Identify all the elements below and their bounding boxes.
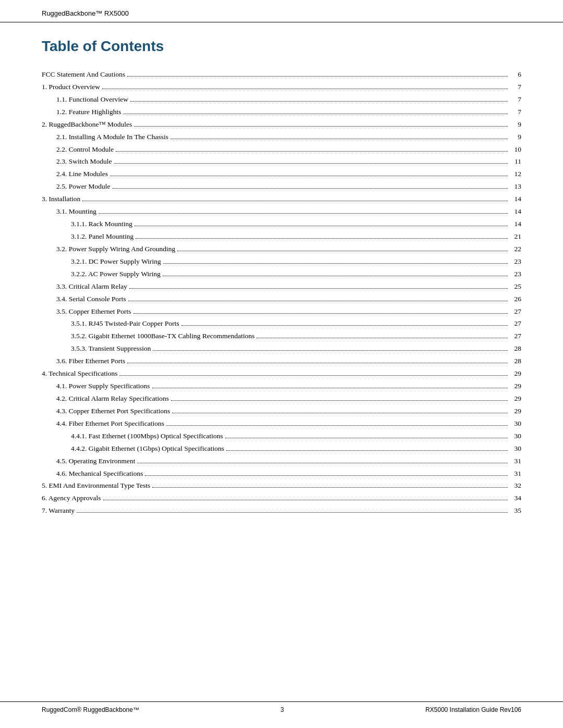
toc-page: 31 bbox=[510, 468, 521, 479]
toc-entry: 1. Product Overview 7 bbox=[42, 82, 521, 93]
toc-label: 3.3. Critical Alarm Relay bbox=[42, 281, 127, 292]
toc-entry: 1.2. Feature Highlights 7 bbox=[42, 107, 521, 118]
toc-page: 9 bbox=[510, 132, 521, 143]
toc-label: 3.5. Copper Ethernet Ports bbox=[42, 306, 131, 317]
toc-entry: 3.1.2. Panel Mounting 21 bbox=[42, 231, 521, 242]
toc-entry: 3.4. Serial Console Ports 26 bbox=[42, 294, 521, 305]
toc-dots bbox=[128, 301, 508, 301]
toc-label: 3.5.2. Gigabit Ethernet 1000Base-TX Cabl… bbox=[42, 331, 254, 342]
toc-page: 23 bbox=[510, 269, 521, 280]
toc-entry: 3.1. Mounting 14 bbox=[42, 206, 521, 217]
toc-dots bbox=[103, 500, 508, 500]
toc-dots bbox=[134, 226, 508, 226]
toc-entry: 4.4.1. Fast Ethernet (100Mbps) Optical S… bbox=[42, 431, 521, 442]
toc-page: 27 bbox=[510, 306, 521, 317]
toc-dots bbox=[137, 463, 508, 463]
toc-page: 28 bbox=[510, 343, 521, 354]
toc-page: 25 bbox=[510, 281, 521, 292]
toc-page: 29 bbox=[510, 381, 521, 392]
toc-dots bbox=[177, 251, 508, 251]
toc-dots bbox=[119, 375, 508, 376]
toc-entry: 2.2. Control Module 10 bbox=[42, 144, 521, 155]
toc-dots bbox=[163, 263, 508, 264]
toc-page: 9 bbox=[510, 119, 521, 130]
toc-dots bbox=[102, 89, 508, 89]
toc-dots bbox=[82, 201, 508, 201]
toc-entry: 3.2. Power Supply Wiring And Grounding 2… bbox=[42, 244, 521, 255]
toc-label: 2.3. Switch Module bbox=[42, 156, 112, 167]
toc-page: 29 bbox=[510, 393, 521, 404]
toc-label: 3.1. Mounting bbox=[42, 206, 96, 217]
toc-dots bbox=[116, 151, 508, 152]
toc-page: 14 bbox=[510, 206, 521, 217]
toc-entry: 4.4. Fiber Ethernet Port Specifications … bbox=[42, 418, 521, 429]
toc-label: 3.1.2. Panel Mounting bbox=[42, 231, 133, 242]
footer-right: RX5000 Installation Guide Rev106 bbox=[425, 706, 521, 713]
toc-dots bbox=[99, 213, 508, 214]
toc-dots bbox=[127, 363, 508, 363]
toc-entry: 2.1. Installing A Module In The Chassis … bbox=[42, 132, 521, 143]
toc-entry: 2.3. Switch Module 11 bbox=[42, 156, 521, 167]
toc-dots bbox=[226, 450, 508, 451]
toc-label: 4.5. Operating Environment bbox=[42, 456, 135, 467]
toc-label: 3. Installation bbox=[42, 194, 80, 205]
toc-dots bbox=[152, 487, 508, 488]
toc-dots bbox=[110, 176, 508, 176]
toc-page: 11 bbox=[510, 156, 521, 167]
toc-page: 7 bbox=[510, 107, 521, 118]
toc-dots bbox=[145, 475, 508, 476]
header-text: RuggedBackbone™ RX5000 bbox=[42, 9, 129, 17]
toc-page: 21 bbox=[510, 231, 521, 242]
toc-label: 2.4. Line Modules bbox=[42, 169, 108, 180]
toc-entry: 4.5. Operating Environment 31 bbox=[42, 456, 521, 467]
toc-entry: 3.5.3. Transient Suppression 28 bbox=[42, 343, 521, 354]
toc-entry: 7. Warranty 35 bbox=[42, 505, 521, 516]
toc-label: 3.2.1. DC Power Supply Wiring bbox=[42, 256, 161, 267]
toc-label: 3.5.3. Transient Suppression bbox=[42, 343, 151, 354]
toc-page: 31 bbox=[510, 456, 521, 467]
toc-entry: 3.2.2. AC Power Supply Wiring 23 bbox=[42, 269, 521, 280]
toc-dots bbox=[124, 114, 508, 114]
toc-dots bbox=[153, 350, 508, 351]
toc-entry: 3.5. Copper Ethernet Ports 27 bbox=[42, 306, 521, 317]
toc-page: 14 bbox=[510, 194, 521, 205]
toc-label: 3.2.2. AC Power Supply Wiring bbox=[42, 269, 161, 280]
toc-label: 4.6. Mechanical Specifications bbox=[42, 468, 143, 479]
toc-entry: 2.4. Line Modules 12 bbox=[42, 169, 521, 180]
toc-page: 22 bbox=[510, 244, 521, 255]
toc-page: 13 bbox=[510, 181, 521, 192]
toc-dots bbox=[181, 325, 508, 326]
toc-label: 4.3. Copper Ethernet Port Specifications bbox=[42, 406, 170, 417]
toc-entry: 4.4.2. Gigabit Ethernet (1Gbps) Optical … bbox=[42, 443, 521, 454]
toc-entry: 3.5.1. RJ45 Twisted-Pair Copper Ports 27 bbox=[42, 318, 521, 329]
page-footer: RuggedCom® RuggedBackbone™ 3 RX5000 Inst… bbox=[0, 701, 563, 718]
toc-dots bbox=[163, 276, 508, 276]
toc-label: 2. RuggedBackbone™ Modules bbox=[42, 119, 132, 130]
toc-dots bbox=[170, 139, 508, 139]
toc-dots bbox=[152, 388, 508, 388]
toc-label: 3.4. Serial Console Ports bbox=[42, 294, 126, 305]
toc-dots bbox=[77, 512, 508, 513]
toc-dots bbox=[134, 126, 508, 127]
toc-entry: 4.6. Mechanical Specifications 31 bbox=[42, 468, 521, 479]
toc-label: 2.1. Installing A Module In The Chassis bbox=[42, 132, 168, 143]
toc-label: FCC Statement And Cautions bbox=[42, 69, 125, 80]
toc-page: 10 bbox=[510, 144, 521, 155]
toc-label: 4. Technical Specifications bbox=[42, 368, 117, 379]
toc-label: 3.6. Fiber Ethernet Ports bbox=[42, 356, 125, 367]
toc-page: 30 bbox=[510, 418, 521, 429]
toc-page: 7 bbox=[510, 82, 521, 93]
toc-label: 4.4.1. Fast Ethernet (100Mbps) Optical S… bbox=[42, 431, 223, 442]
toc-label: 3.5.1. RJ45 Twisted-Pair Copper Ports bbox=[42, 318, 179, 329]
toc-label: 4.1. Power Supply Specifications bbox=[42, 381, 150, 392]
footer-left: RuggedCom® RuggedBackbone™ bbox=[42, 706, 139, 713]
toc-dots bbox=[114, 163, 508, 164]
toc-label: 1.1. Functional Overview bbox=[42, 94, 128, 105]
toc-entry: 2. RuggedBackbone™ Modules 9 bbox=[42, 119, 521, 130]
toc-page: 30 bbox=[510, 431, 521, 442]
toc-dots bbox=[256, 338, 508, 338]
toc-page: 12 bbox=[510, 169, 521, 180]
toc-label: 4.2. Critical Alarm Relay Specifications bbox=[42, 393, 169, 404]
toc-page: 14 bbox=[510, 219, 521, 230]
toc-page: 27 bbox=[510, 331, 521, 342]
